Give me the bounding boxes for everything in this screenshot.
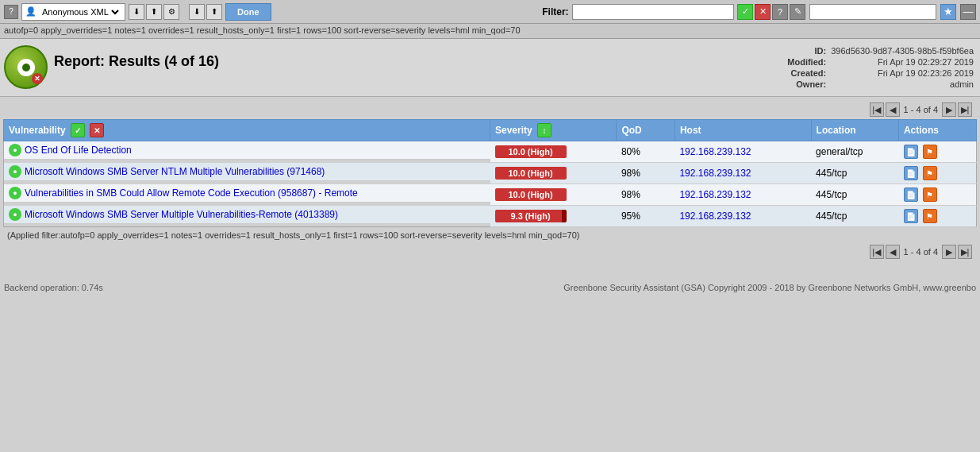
actions-cell: 📄 ⚑ (898, 184, 976, 206)
first-page-btn[interactable]: |◀ (870, 102, 884, 117)
footer: Backend operation: 0.74s Greenbone Secur… (0, 280, 980, 295)
user-dropdown[interactable]: Anonymous XML (39, 6, 121, 17)
download-icon[interactable]: ⬇ (129, 4, 144, 20)
host-link[interactable]: 192.168.239.132 (679, 189, 751, 200)
table-row: ● Microsoft Windows SMB Server Multiple … (4, 206, 977, 227)
filter-section: Filter: ✓ ✕ ? ✎ (542, 4, 805, 20)
next-page-btn[interactable]: ▶ (942, 102, 956, 117)
location-cell: general/tcp (811, 141, 898, 163)
backend-info: Backend operation: 0.74s (4, 283, 103, 292)
id-value: 396d5630-9d87-4305-98b5-f59bf6ea (828, 45, 976, 56)
filter-input[interactable] (572, 4, 734, 20)
location-cell: 445/tcp (811, 206, 898, 227)
action-icon2[interactable]: ⚑ (923, 209, 937, 223)
action-icon1[interactable]: 📄 (904, 166, 918, 180)
filter-edit-icon[interactable]: ✎ (790, 4, 805, 20)
dash-button[interactable]: — (960, 4, 976, 20)
applied-filter: (Applied filter:autofp=0 apply_overrides… (3, 227, 977, 242)
upload-icon[interactable]: ⬆ (146, 4, 162, 20)
severity-cell: 10.0 (High) (490, 184, 617, 206)
vuln-name-cell: ● Vulnerabilities in SMB Could Allow Rem… (4, 184, 490, 203)
filter-clear-icon[interactable]: ✕ (755, 4, 771, 20)
host-cell: 192.168.239.132 (674, 163, 811, 184)
report-logo: ✕ (4, 45, 48, 89)
toolbar: ? 👤 Anonymous XML ⬇ ⬆ ⚙ ⬇ ⬆ Done Filter:… (0, 0, 980, 24)
owner-label: Owner: (785, 79, 828, 90)
report-header: ✕ Report: Results (4 of 16) ID: 396d5630… (0, 39, 980, 97)
col-actions-label: Actions (904, 125, 939, 136)
vuln-link[interactable]: Microsoft Windows SMB Server NTLM Multip… (25, 166, 325, 177)
prev-page-btn-bottom[interactable]: ◀ (886, 245, 900, 259)
filter-apply-icon[interactable]: ✓ (737, 4, 753, 20)
first-page-btn-bottom[interactable]: |◀ (870, 245, 884, 259)
modified-value: Fri Apr 19 02:29:27 2019 (828, 56, 976, 68)
col-host-label: Host (680, 125, 701, 136)
vuln-link[interactable]: OS End Of Life Detection (25, 145, 132, 156)
vuln-col-icon2[interactable]: ✕ (90, 123, 104, 137)
row-status-icon: ● (9, 187, 21, 199)
action-icon2[interactable]: ⚑ (923, 145, 937, 159)
qod-cell: 98% (617, 184, 675, 206)
table-row: ● Vulnerabilities in SMB Could Allow Rem… (4, 184, 977, 206)
toolbar-left: ? 👤 Anonymous XML ⬇ ⬆ ⚙ ⬇ ⬆ Done (4, 3, 271, 21)
host-link[interactable]: 192.168.239.132 (679, 168, 751, 179)
vulnerability-table: Vulnerability ✓ ✕ Severity ↕ QoD Host Lo… (3, 119, 977, 227)
vuln-link[interactable]: Microsoft Windows SMB Server Multiple Vu… (25, 209, 338, 220)
help-icon[interactable]: ? (4, 5, 18, 19)
created-value: Fri Apr 19 02:23:26 2019 (828, 68, 976, 79)
host-link[interactable]: 192.168.239.132 (679, 211, 751, 222)
actions-cell: 📄 ⚑ (898, 206, 976, 227)
filter-text: autofp=0 apply_overrides=1 notes=1 overr… (4, 25, 521, 35)
severity-col-icon[interactable]: ↕ (537, 123, 551, 137)
col-location: Location (811, 120, 898, 141)
action-icon1[interactable]: 📄 (904, 209, 918, 223)
col-severity-label: Severity (495, 125, 532, 136)
col-qod-label: QoD (621, 125, 641, 136)
action-icon1[interactable]: 📄 (904, 145, 918, 159)
pagination-info-bottom: 1 - 4 of 4 (904, 247, 938, 257)
nav-icon1[interactable]: ⬇ (189, 4, 205, 20)
logo-circle: ✕ (4, 45, 48, 89)
severity-cell: 10.0 (High) (490, 141, 617, 163)
prev-page-btn[interactable]: ◀ (886, 102, 900, 117)
owner-value: admin (828, 79, 976, 90)
last-page-btn[interactable]: ▶| (958, 102, 972, 117)
action-icon1[interactable]: 📄 (904, 187, 918, 202)
table-row: ● Microsoft Windows SMB Server NTLM Mult… (4, 163, 977, 184)
settings-icon[interactable]: ⚙ (163, 4, 179, 20)
host-cell: 192.168.239.132 (674, 184, 811, 206)
nav-icon2[interactable]: ⬆ (206, 4, 222, 20)
row-status-icon: ● (9, 144, 21, 156)
location-cell: 445/tcp (811, 184, 898, 206)
pagination-info: 1 - 4 of 4 (904, 105, 938, 114)
severity-badge: 10.0 (High) (495, 145, 567, 158)
logo-x: ✕ (32, 73, 43, 84)
star-button[interactable]: ★ (940, 4, 956, 20)
search-input[interactable] (809, 4, 936, 20)
vuln-name-cell: ● Microsoft Windows SMB Server Multiple … (4, 206, 490, 224)
qod-cell: 98% (617, 163, 675, 184)
done-button[interactable]: Done (225, 3, 271, 21)
filter-reset-icon[interactable]: ? (772, 4, 788, 20)
top-pagination: |◀ ◀ 1 - 4 of 4 ▶ ▶| (3, 100, 977, 119)
bottom-pagination: |◀ ◀ 1 - 4 of 4 ▶ ▶| (3, 242, 977, 261)
id-label: ID: (785, 45, 828, 56)
action-icon2[interactable]: ⚑ (923, 166, 937, 180)
host-cell: 192.168.239.132 (674, 206, 811, 227)
host-cell: 192.168.239.132 (674, 141, 811, 163)
table-row: ● OS End Of Life Detection 10.0 (High) 8… (4, 141, 977, 163)
col-severity: Severity ↕ (490, 120, 617, 141)
vuln-name-cell: ● Microsoft Windows SMB Server NTLM Mult… (4, 163, 490, 181)
vuln-col-icon1[interactable]: ✓ (71, 123, 85, 137)
vuln-link[interactable]: Vulnerabilities in SMB Could Allow Remot… (25, 187, 358, 199)
report-title: Report: Results (4 of 16) (54, 45, 785, 70)
host-link[interactable]: 192.168.239.132 (679, 146, 751, 157)
actions-cell: 📄 ⚑ (898, 141, 976, 163)
next-page-btn-bottom[interactable]: ▶ (942, 245, 956, 259)
severity-badge: 10.0 (High) (495, 167, 567, 180)
actions-cell: 📄 ⚑ (898, 163, 976, 184)
action-icon2[interactable]: ⚑ (923, 187, 937, 202)
user-select-container[interactable]: 👤 Anonymous XML (21, 3, 125, 21)
modified-label: Modified: (785, 56, 828, 68)
last-page-btn-bottom[interactable]: ▶| (958, 245, 972, 259)
